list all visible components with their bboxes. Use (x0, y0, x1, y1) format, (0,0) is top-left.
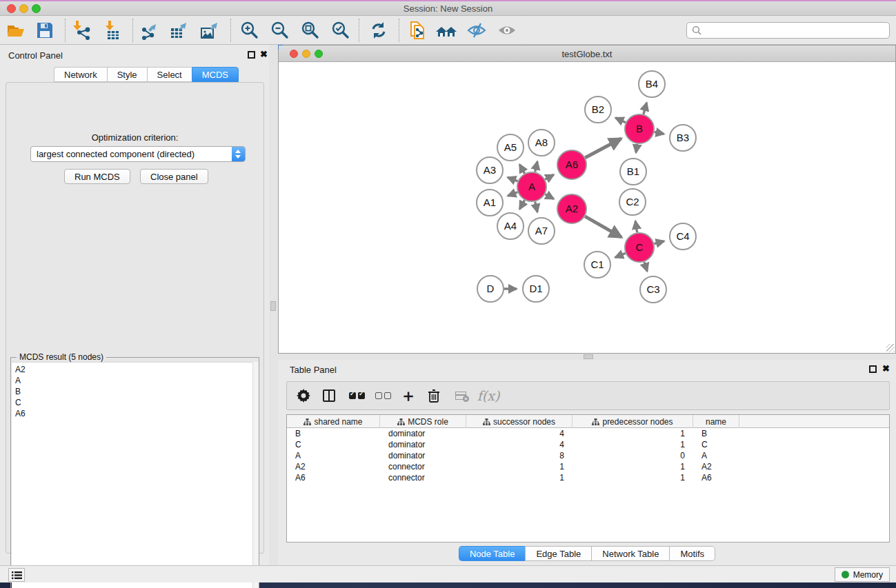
edge-A-A8[interactable] (535, 161, 537, 172)
node-A3[interactable]: A3 (477, 157, 503, 183)
horizontal-split-divider[interactable] (278, 354, 896, 360)
table-cell[interactable]: 1 (573, 428, 693, 439)
edge-C-C3[interactable] (644, 262, 647, 271)
edge-A6-B[interactable] (585, 139, 621, 158)
table-cell[interactable]: 1 (466, 461, 573, 472)
node-A1[interactable]: A1 (477, 190, 503, 216)
vertical-split-divider[interactable] (269, 45, 278, 565)
table-cell[interactable]: A2 (287, 461, 380, 472)
open-session-button[interactable] (4, 19, 28, 41)
zoom-fit-button[interactable] (298, 19, 321, 41)
table-cell[interactable]: A6 (693, 472, 739, 483)
table-row[interactable]: A6connector11A6 (287, 472, 889, 483)
table-cell[interactable]: dominator (380, 450, 466, 461)
node-D[interactable]: D (477, 276, 504, 302)
table-cell[interactable]: 1 (466, 472, 573, 483)
edge-A-A2[interactable] (545, 194, 553, 199)
node-C[interactable]: C (625, 233, 654, 262)
float-panel-icon[interactable] (869, 365, 877, 373)
column-header-shared-name[interactable]: shared name (287, 415, 380, 428)
table-cell[interactable]: 1 (573, 461, 693, 472)
close-panel-icon[interactable]: ✖ (260, 49, 268, 59)
column-view-button[interactable] (318, 385, 340, 406)
divider-grabber[interactable] (584, 354, 593, 359)
node-B[interactable]: B (625, 114, 654, 143)
edge-C-C1[interactable] (615, 253, 626, 257)
float-panel-icon[interactable] (248, 51, 255, 59)
table-cell[interactable]: connector (380, 472, 466, 483)
node-C1[interactable]: C1 (584, 252, 610, 278)
scrollbar[interactable] (252, 362, 259, 588)
node-C3[interactable]: C3 (640, 276, 666, 303)
zoom-in-button[interactable] (237, 19, 261, 41)
table-cell[interactable]: 8 (466, 450, 573, 461)
column-header-MCDS-role[interactable]: MCDS role (380, 415, 466, 428)
edge-A-A1[interactable] (508, 192, 517, 196)
table-cell[interactable]: 4 (466, 428, 573, 439)
edge-C-C4[interactable] (654, 241, 664, 244)
edge-B-B2[interactable] (615, 118, 626, 123)
edge-A-A6[interactable] (545, 174, 553, 179)
edge-A2-C[interactable] (585, 216, 621, 237)
function-builder-button[interactable]: f(x) (477, 385, 499, 406)
node-A6[interactable]: A6 (557, 150, 586, 179)
deselect-all-button[interactable] (372, 385, 394, 406)
delete-table-button[interactable]: ✕ (450, 385, 472, 406)
add-column-button[interactable]: ＋ (397, 385, 419, 406)
run-mcds-button[interactable]: Run MCDS (64, 169, 130, 184)
resize-corner-icon[interactable] (886, 344, 895, 352)
node-A7[interactable]: A7 (528, 218, 555, 244)
node-table[interactable]: shared nameMCDS rolesuccessor nodesprede… (286, 414, 890, 543)
node-A2[interactable]: A2 (557, 194, 586, 223)
home-button[interactable] (435, 19, 458, 41)
clone-network-button[interactable] (406, 19, 429, 41)
delete-column-button[interactable] (423, 385, 445, 406)
task-history-button[interactable] (8, 568, 25, 582)
select-all-button[interactable] (346, 385, 368, 406)
search-input[interactable] (705, 26, 889, 35)
table-row[interactable]: Cdominator41C (287, 439, 889, 450)
zoom-selected-button[interactable] (328, 19, 352, 41)
tab-style[interactable]: Style (107, 67, 147, 82)
tab-mcds[interactable]: MCDS (192, 67, 239, 82)
column-header-successor-nodes[interactable]: successor nodes (466, 415, 573, 428)
table-cell[interactable]: B (693, 428, 739, 439)
edge-C-C2[interactable] (635, 221, 637, 233)
tab-select[interactable]: Select (147, 67, 192, 82)
table-row[interactable]: A2connector11A2 (287, 461, 889, 472)
edge-A-A4[interactable] (519, 200, 524, 209)
column-header-predecessor-nodes[interactable]: predecessor nodes (573, 415, 693, 428)
memory-button[interactable]: Memory (835, 567, 890, 582)
node-B4[interactable]: B4 (639, 71, 665, 97)
table-cell[interactable]: 0 (573, 450, 693, 461)
tab-network-table[interactable]: Network Table (591, 546, 669, 561)
export-network-button[interactable] (138, 19, 161, 41)
table-cell[interactable]: C (287, 439, 380, 450)
mcds-result-item[interactable]: C (15, 397, 259, 408)
refresh-button[interactable] (367, 19, 390, 41)
node-B1[interactable]: B1 (620, 159, 646, 185)
criterion-dropdown[interactable]: largest connected component (directed) (30, 146, 246, 162)
import-network-button[interactable] (70, 19, 94, 41)
table-cell[interactable]: 1 (573, 439, 693, 450)
table-cell[interactable]: A2 (693, 461, 739, 472)
zoom-out-button[interactable] (268, 19, 291, 41)
edge-A-A3[interactable] (508, 177, 517, 181)
node-A[interactable]: A (517, 172, 546, 201)
column-header-name[interactable]: name (693, 415, 739, 428)
node-B3[interactable]: B3 (670, 125, 696, 151)
tab-edge-table[interactable]: Edge Table (525, 546, 591, 561)
network-canvas[interactable]: AA1A2A3A4A5A6A7A8BB1B2B3B4CC1C2C3C4DD1 (279, 62, 895, 353)
mcds-result-list[interactable]: A2ABCA6 (12, 362, 259, 588)
edge-B-B3[interactable] (655, 132, 664, 134)
divider-grabber[interactable] (270, 301, 276, 311)
table-cell[interactable]: B (287, 428, 380, 439)
hide-eye-button[interactable] (465, 19, 488, 41)
node-A5[interactable]: A5 (497, 134, 524, 161)
table-cell[interactable]: A (287, 450, 380, 461)
table-cell[interactable]: connector (380, 461, 466, 472)
table-cell[interactable]: dominator (380, 439, 466, 450)
node-D1[interactable]: D1 (523, 276, 549, 302)
table-cell[interactable]: 4 (466, 439, 573, 450)
mcds-result-item[interactable]: A2 (15, 364, 259, 375)
